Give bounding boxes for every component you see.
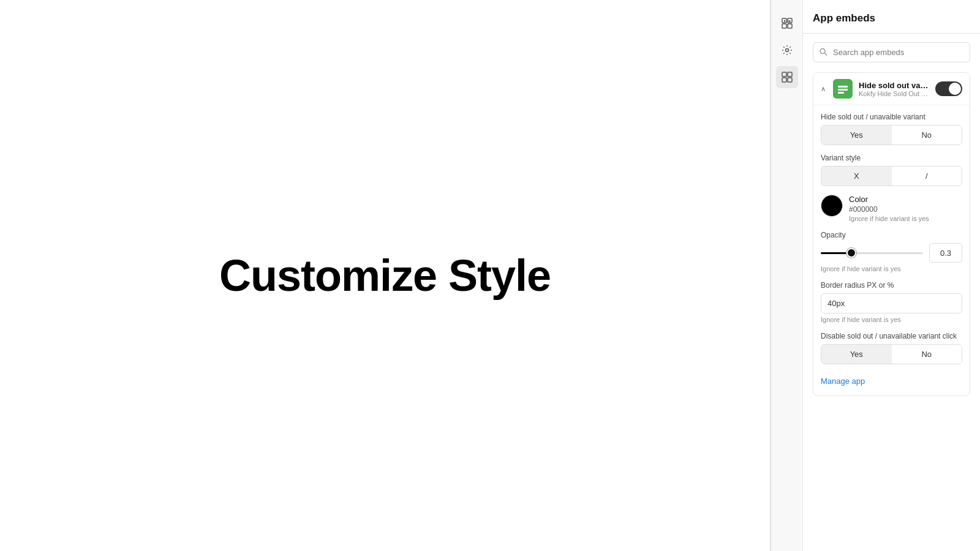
variant-slash-button[interactable]: / [892,167,962,186]
svg-rect-10 [788,72,792,77]
search-box [813,42,970,62]
embed-item-header[interactable]: ∧ Hide sold out variant Kokfy Hide Sold … [813,73,970,105]
embed-settings: Hide sold out / unavaible variant Yes No… [813,105,970,395]
embed-toggle[interactable] [935,81,962,96]
disable-click-group: Yes No [821,344,962,364]
search-input[interactable] [813,42,970,62]
svg-rect-9 [782,72,786,77]
embed-info: Hide sold out variant Kokfy Hide Sold Ou… [859,81,929,97]
icon-rail [771,0,802,551]
svg-rect-2 [782,24,786,28]
panel-body: ∧ Hide sold out variant Kokfy Hide Sold … [803,34,980,551]
panel-header: App embeds [803,0,980,34]
page-title: Customize Style [219,250,551,301]
color-swatch[interactable] [821,195,843,217]
svg-rect-17 [838,92,844,94]
color-hex: #000000 [849,205,962,214]
border-radius-setting: Border radius PX or % Ignore if hide var… [821,281,962,323]
rail-button-settings[interactable] [776,39,798,61]
variant-x-button[interactable]: X [821,167,892,186]
disable-click-label: Disable sold out / unavailable variant c… [821,332,962,340]
svg-rect-15 [838,86,848,88]
color-hint: Ignore if hide variant is yes [849,215,962,222]
hide-variant-group: Yes No [821,125,962,145]
color-info: Color #000000 Ignore if hide variant is … [849,195,962,222]
main-canvas: Customize Style [0,0,770,551]
rail-button-layout[interactable] [776,12,798,34]
hide-yes-button[interactable]: Yes [821,126,892,144]
svg-rect-3 [788,24,792,28]
app-embeds-panel: App embeds ∧ [802,0,980,551]
chevron-up-icon: ∧ [821,85,826,93]
svg-rect-16 [838,89,848,91]
hide-variant-setting: Hide sold out / unavaible variant Yes No [821,113,962,145]
opacity-slider[interactable] [821,247,923,259]
sidebar-container: App embeds ∧ [770,0,980,551]
opacity-hint: Ignore if hide variant is yes [821,265,962,272]
opacity-label: Opacity [821,231,962,239]
slider-track [821,252,923,254]
panel-title: App embeds [813,12,875,24]
border-radius-hint: Ignore if hide variant is yes [821,316,962,323]
border-radius-label: Border radius PX or % [821,281,962,290]
variant-style-group: X / [821,166,962,186]
embed-subtitle: Kokfy Hide Sold Out Varia... [859,90,929,97]
embed-app-icon [833,79,853,99]
svg-rect-12 [788,78,792,82]
rail-button-apps[interactable] [776,66,798,88]
variant-style-label: Variant style [821,154,962,162]
toggle-thumb [949,83,961,95]
color-label: Color [849,195,962,204]
disable-click-setting: Disable sold out / unavailable variant c… [821,332,962,364]
manage-app-link[interactable]: Manage app [821,377,865,386]
embed-name: Hide sold out variant [859,81,929,90]
hide-no-button[interactable]: No [892,126,962,144]
hide-variant-label: Hide sold out / unavaible variant [821,113,962,121]
svg-rect-11 [782,78,786,82]
opacity-control: 0.3 [821,243,962,263]
opacity-value[interactable]: 0.3 [929,243,962,263]
disable-no-button[interactable]: No [892,345,962,364]
svg-point-8 [785,49,788,52]
variant-style-setting: Variant style X / [821,154,962,186]
color-setting: Color #000000 Ignore if hide variant is … [821,195,962,222]
border-radius-input[interactable] [821,293,962,313]
disable-yes-button[interactable]: Yes [821,345,892,364]
opacity-setting: Opacity 0.3 Ignore if hide variant is ye… [821,231,962,272]
slider-thumb [846,248,856,258]
embed-item: ∧ Hide sold out variant Kokfy Hide Sold … [813,72,970,396]
